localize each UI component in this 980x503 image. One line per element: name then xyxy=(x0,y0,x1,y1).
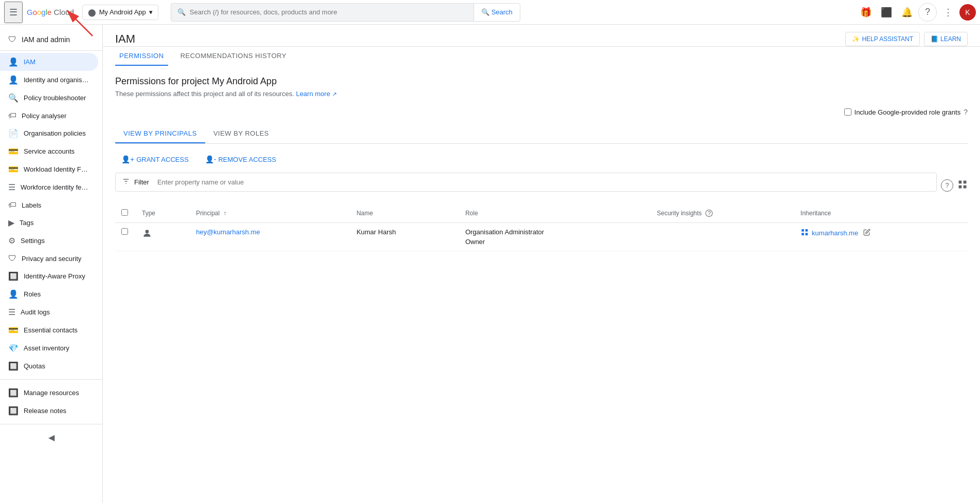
search-button[interactable]: 🔍 Search xyxy=(474,3,520,22)
google-cloud-logo: Google Cloud xyxy=(27,8,74,16)
google-role-grants-checkbox[interactable] xyxy=(844,108,851,116)
avatar[interactable]: K xyxy=(959,4,976,21)
row-checkbox-cell xyxy=(115,223,136,251)
sidebar-item-workload-identity[interactable]: 💳 Workload Identity Federat... xyxy=(0,160,98,178)
tab-recommendations-history[interactable]: RECOMMENDATIONS HISTORY xyxy=(176,47,291,66)
sidebar-item-quotas[interactable]: 🔲 Quotas xyxy=(0,357,98,375)
sidebar-item-label-identity-org: Identity and organisation xyxy=(24,76,90,84)
sidebar-item-privacy-security[interactable]: 🛡 Privacy and security xyxy=(0,250,98,267)
video-icon-button[interactable]: ⬛ xyxy=(877,3,896,22)
role-grants-help-icon[interactable]: ? xyxy=(964,108,968,116)
settings-icon: ⚙ xyxy=(8,236,15,246)
col-principal[interactable]: Principal ↑ xyxy=(190,204,350,223)
main-tabs-bar: PERMISSION RECOMMENDATIONS HISTORY xyxy=(103,47,980,66)
sidebar-item-tags[interactable]: ▶ Tags xyxy=(0,214,98,232)
sidebar-item-release-notes[interactable]: 🔲 Release notes xyxy=(0,402,98,420)
col-security-insights: Security insights ? xyxy=(650,204,794,223)
table-container: Type Principal ↑ Name Role xyxy=(115,204,968,251)
sidebar-collapse-button[interactable]: ◀ xyxy=(0,429,102,446)
content-header-wrapper: IAM ✨ HELP ASSISTANT 📘 LEARN PERMISSION … xyxy=(103,25,980,66)
sidebar-item-label-roles: Roles xyxy=(24,290,41,298)
quotas-icon: 🔲 xyxy=(8,361,19,371)
sidebar-item-label-manage-resources: Manage resources xyxy=(24,389,79,397)
role-cell: Organisation Administrator Owner xyxy=(465,228,645,246)
sidebar-item-audit-logs[interactable]: ☰ Audit logs xyxy=(0,303,98,321)
row-principal-cell: hey@kumarharsh.me xyxy=(190,223,350,251)
sidebar-item-settings[interactable]: ⚙ Settings xyxy=(0,232,98,250)
learn-button[interactable]: 📘 LEARN xyxy=(924,32,968,46)
org-policies-icon: 📄 xyxy=(8,128,19,138)
principal-email-link[interactable]: hey@kumarharsh.me xyxy=(196,228,260,236)
filter-input[interactable] xyxy=(157,178,930,186)
row-checkbox[interactable] xyxy=(121,228,128,235)
sidebar-item-identity-org[interactable]: 👤 Identity and organisation xyxy=(0,71,98,89)
svg-rect-12 xyxy=(802,233,804,235)
gift-icon-button[interactable]: 🎁 xyxy=(857,3,875,22)
sidebar-item-policy-analyser[interactable]: 🏷 Policy analyser xyxy=(0,107,98,124)
sidebar-item-policy-troubleshooter[interactable]: 🔍 Policy troubleshooter xyxy=(0,89,98,107)
permissions-subtitle: These permissions affect this project an… xyxy=(115,90,968,98)
sidebar-item-asset-inventory[interactable]: 💎 Asset inventory xyxy=(0,339,98,357)
search-icon: 🔍 xyxy=(177,8,186,16)
more-icon-button[interactable]: ⋮ xyxy=(939,3,957,22)
action-buttons: 👤+ GRANT ACCESS 👤- REMOVE ACCESS xyxy=(115,152,968,166)
sidebar-item-labels[interactable]: 🏷 Labels xyxy=(0,196,98,214)
google-role-grants-label[interactable]: Include Google-provided role grants xyxy=(855,108,961,116)
sidebar-item-label-workforce-identity: Workforce identity federat... xyxy=(21,183,90,191)
bell-icon-button[interactable]: 🔔 xyxy=(898,3,916,22)
view-tab-by-roles[interactable]: VIEW BY ROLES xyxy=(205,124,277,143)
edit-icon[interactable] xyxy=(863,229,870,237)
help-assistant-label: HELP ASSISTANT xyxy=(862,35,913,43)
view-tab-by-principals[interactable]: VIEW BY PRINCIPALS xyxy=(115,124,205,143)
sidebar-item-label-workload-identity: Workload Identity Federat... xyxy=(24,165,90,173)
col-inheritance-label: Inheritance xyxy=(801,210,831,217)
security-insights-help-icon[interactable]: ? xyxy=(705,210,713,217)
sidebar-item-identity-aware-proxy[interactable]: 🔲 Identity-Aware Proxy xyxy=(0,267,98,285)
help-icon-button[interactable]: ? xyxy=(918,3,937,22)
sidebar-item-workforce-identity[interactable]: ☰ Workforce identity federat... xyxy=(0,178,98,196)
policy-troubleshooter-icon: 🔍 xyxy=(8,93,19,103)
sidebar-item-label-iam: IAM xyxy=(24,58,35,66)
column-chooser-icon[interactable] xyxy=(957,179,968,191)
grant-access-button[interactable]: 👤+ GRANT ACCESS xyxy=(115,152,195,166)
external-link-icon: ↗ xyxy=(332,91,337,97)
workload-identity-icon: 💳 xyxy=(8,164,19,174)
header-actions: ✨ HELP ASSISTANT 📘 LEARN xyxy=(845,32,968,46)
principal-name: Kumar Harsh xyxy=(356,228,396,236)
sidebar-item-label-service-accounts: Service accounts xyxy=(24,147,75,155)
learn-more-link[interactable]: Learn more ↗ xyxy=(296,90,337,98)
help-assistant-button[interactable]: ✨ HELP ASSISTANT xyxy=(845,32,920,46)
remove-access-button[interactable]: 👤- REMOVE ACCESS xyxy=(199,152,282,166)
col-security-insights-label: Security insights xyxy=(657,210,701,217)
sidebar-item-roles[interactable]: 👤 Roles xyxy=(0,285,98,303)
sidebar-item-org-policies[interactable]: 📄 Organisation policies xyxy=(0,124,98,142)
role-owner: Owner xyxy=(465,238,645,246)
sidebar-item-service-accounts[interactable]: 💳 Service accounts xyxy=(0,142,98,160)
tab-permission[interactable]: PERMISSION xyxy=(115,47,168,66)
sidebar-item-essential-contacts[interactable]: 💳 Essential contacts xyxy=(0,321,98,339)
sidebar-item-label-asset-inventory: Asset inventory xyxy=(24,344,69,352)
svg-rect-10 xyxy=(802,229,804,232)
role-grants-row: Include Google-provided role grants ? xyxy=(115,108,968,116)
search-input[interactable] xyxy=(190,8,467,16)
help-assistant-icon: ✨ xyxy=(852,35,860,43)
row-security-insights-cell xyxy=(650,223,794,251)
sidebar-item-iam[interactable]: 👤 IAM xyxy=(0,53,98,71)
menu-icon[interactable]: ☰ xyxy=(4,2,23,23)
svg-rect-8 xyxy=(964,185,967,189)
top-nav: ☰ Google Cloud ⬤ My Android App ▾ 🔍 🔍 Se… xyxy=(0,0,980,25)
filter-icon xyxy=(122,177,130,187)
sidebar-item-label-audit-logs: Audit logs xyxy=(21,308,50,316)
remove-access-icon: 👤- xyxy=(205,155,216,163)
roles-icon: 👤 xyxy=(8,289,19,299)
grant-access-icon: 👤+ xyxy=(121,155,134,163)
service-accounts-icon: 💳 xyxy=(8,146,19,156)
select-all-checkbox[interactable] xyxy=(121,209,128,216)
svg-rect-13 xyxy=(805,233,808,235)
workforce-identity-icon: ☰ xyxy=(8,182,15,192)
project-selector[interactable]: ⬤ My Android App ▾ xyxy=(82,5,158,20)
inheritance-link[interactable]: kumarharsh.me xyxy=(812,229,858,237)
sidebar-item-manage-resources[interactable]: 🔲 Manage resources xyxy=(0,384,98,402)
sidebar-title: IAM and admin xyxy=(22,35,70,44)
table-help-icon[interactable]: ? xyxy=(941,179,953,192)
